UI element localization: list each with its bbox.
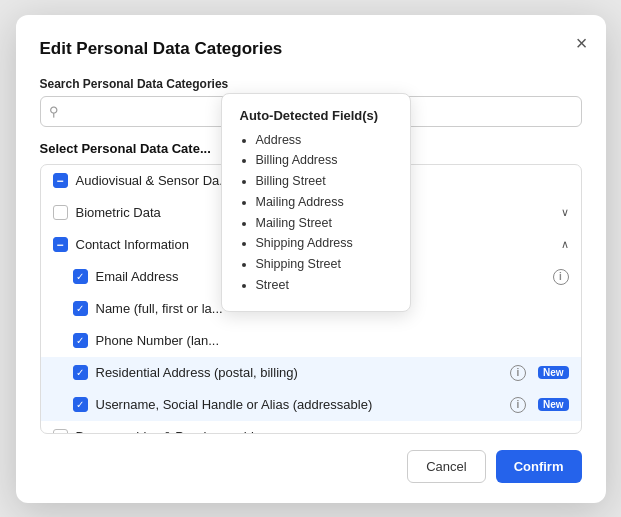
popup-list-item: Street <box>256 276 392 295</box>
minus-icon: − <box>56 175 63 187</box>
popup-list: AddressBilling AddressBilling StreetMail… <box>240 131 392 295</box>
dialog-footer: Cancel Confirm <box>40 450 582 483</box>
edit-dialog: Edit Personal Data Categories × Search P… <box>16 15 606 503</box>
popup-list-item: Address <box>256 131 392 150</box>
badge-new-residential: New <box>538 366 569 379</box>
item-label-phone: Phone Number (lan... <box>96 333 569 348</box>
check-icon: ✓ <box>76 400 84 410</box>
popup-list-item: Mailing Address <box>256 193 392 212</box>
checkbox-email[interactable]: ✓ <box>73 269 88 284</box>
chevron-down-icon-demographics: ∨ <box>561 430 569 434</box>
popup-list-item: Billing Street <box>256 172 392 191</box>
popup-list-item: Shipping Address <box>256 234 392 253</box>
check-icon: ✓ <box>76 272 84 282</box>
info-icon-email[interactable]: i <box>553 269 569 285</box>
popup-list-item: Mailing Street <box>256 214 392 233</box>
info-icon-username[interactable]: i <box>510 397 526 413</box>
list-item-demographics[interactable]: Demographics & Psychographics∨ <box>41 421 581 434</box>
confirm-button[interactable]: Confirm <box>496 450 582 483</box>
dialog-title: Edit Personal Data Categories <box>40 39 582 59</box>
item-label-residential: Residential Address (postal, billing) <box>96 365 502 380</box>
popup-list-item: Billing Address <box>256 151 392 170</box>
checkbox-residential[interactable]: ✓ <box>73 365 88 380</box>
item-label-username: Username, Social Handle or Alias (addres… <box>96 397 502 412</box>
info-icon-residential[interactable]: i <box>510 365 526 381</box>
check-icon: ✓ <box>76 368 84 378</box>
popup-title: Auto-Detected Field(s) <box>240 108 392 123</box>
checkbox-contact[interactable]: − <box>53 237 68 252</box>
minus-icon: − <box>56 239 63 251</box>
chevron-down-icon-biometric: ∨ <box>561 206 569 219</box>
check-icon: ✓ <box>76 304 84 314</box>
list-item-username[interactable]: ✓Username, Social Handle or Alias (addre… <box>41 389 581 421</box>
checkbox-phone[interactable]: ✓ <box>73 333 88 348</box>
item-label-demographics: Demographics & Psychographics <box>76 429 551 434</box>
search-icon: ⚲ <box>49 104 59 119</box>
popup-list-item: Shipping Street <box>256 255 392 274</box>
checkbox-demographics[interactable] <box>53 429 68 434</box>
checkbox-name[interactable]: ✓ <box>73 301 88 316</box>
close-button[interactable]: × <box>576 33 588 53</box>
checkbox-username[interactable]: ✓ <box>73 397 88 412</box>
list-item-phone[interactable]: ✓Phone Number (lan... <box>41 325 581 357</box>
badge-new-username: New <box>538 398 569 411</box>
checkbox-biometric[interactable] <box>53 205 68 220</box>
cancel-button[interactable]: Cancel <box>407 450 485 483</box>
list-item-residential[interactable]: ✓Residential Address (postal, billing)iN… <box>41 357 581 389</box>
chevron-up-icon-contact: ∧ <box>561 238 569 251</box>
checkbox-audiovisual[interactable]: − <box>53 173 68 188</box>
check-icon: ✓ <box>76 336 84 346</box>
search-label: Search Personal Data Categories <box>40 77 582 91</box>
auto-detect-popup: Auto-Detected Field(s) AddressBilling Ad… <box>221 93 411 312</box>
